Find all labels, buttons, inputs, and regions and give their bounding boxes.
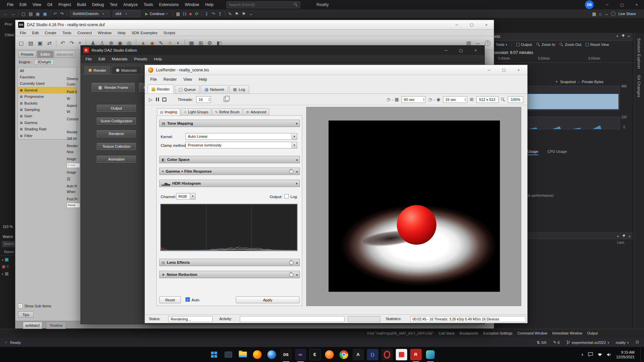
reality-minimize-button[interactable]: ─ — [439, 46, 453, 55]
tab-immediate-window[interactable]: Immediate Window — [552, 331, 582, 335]
close-icon[interactable]: × — [628, 34, 630, 38]
avatar[interactable]: DB — [585, 0, 594, 9]
daz-menu-help[interactable]: Help — [115, 31, 129, 35]
pending-edits[interactable]: ✎6 — [553, 340, 559, 345]
lux-menu-file[interactable]: File — [147, 77, 160, 82]
pin-icon[interactable] — [622, 234, 626, 239]
diag-output-button[interactable]: Output — [516, 43, 532, 47]
pause-icon[interactable] — [183, 12, 186, 16]
bell-icon[interactable] — [635, 340, 639, 345]
bookmark-next-icon[interactable]: ⚑ — [242, 11, 246, 16]
chevron-down-icon[interactable]: ▾ — [616, 35, 618, 38]
step-into-icon[interactable]: ↧ — [205, 11, 209, 16]
tab-command-window[interactable]: Command Window — [518, 331, 547, 335]
refresh-interval-spinner[interactable]: 60 sec▴▾ — [401, 96, 426, 103]
daz-menu-scripts[interactable]: Scripts — [161, 31, 178, 35]
daz-menu-edit[interactable]: Edit — [29, 31, 42, 35]
power-toggle-icon[interactable] — [289, 169, 293, 174]
git-branch[interactable]: experimental-vs2022▴ — [567, 340, 609, 345]
kernel-dropdown[interactable]: Auto Linear▼ — [185, 133, 297, 140]
tab-lux-queue[interactable]: Queue — [175, 85, 200, 94]
tone-mapping-header[interactable]: ▤Tone Mapping ▾ — [159, 120, 300, 127]
app-window-icon[interactable] — [223, 349, 234, 360]
step-over-icon[interactable]: ↷ — [212, 11, 215, 16]
diag-reset-view-button[interactable]: Reset View — [586, 43, 609, 47]
reality-titlebar[interactable]: R Reality DAZ Studio Edition ─ ▢ × — [81, 46, 484, 55]
scene-configuration-button[interactable]: Scene Configuration — [96, 117, 137, 125]
zoom-icon[interactable] — [501, 98, 505, 102]
daz-maximize-button[interactable]: ▢ — [464, 20, 479, 29]
render-resume-button[interactable]: ▷ — [149, 97, 153, 102]
close-icon[interactable]: × — [629, 234, 631, 238]
lux-menu-help[interactable]: Help — [196, 77, 211, 82]
reality-close-button[interactable]: × — [468, 46, 483, 55]
redo-icon[interactable]: ↷ — [69, 40, 74, 46]
reset-button[interactable]: Reset — [159, 296, 181, 303]
navigate-forward-icon[interactable]: → — [11, 11, 15, 16]
opera-icon[interactable] — [381, 349, 393, 360]
solution-configuration-dropdown[interactable]: RelWithDebInfo▾ — [70, 10, 110, 17]
chevron-down-icon[interactable]: ▾ — [617, 235, 619, 238]
display-interval-spinner[interactable]: 15 sec▴▾ — [443, 96, 467, 103]
find-result-text[interactable]: Find "matProps[RE_MAT_KEY_DIFFUSE" — [367, 331, 434, 335]
lux-menu-render[interactable]: Render — [160, 77, 180, 82]
lux-titlebar[interactable]: LuxRender - reality_scene.lxs ─ ▢ × — [145, 65, 527, 75]
git-repo[interactable]: reality▴ — [616, 341, 629, 345]
chrome-icon[interactable] — [338, 349, 350, 360]
redo-icon[interactable]: ↷ — [60, 11, 64, 16]
wifi-icon[interactable] — [597, 353, 602, 357]
watch-tree-row[interactable]: C — [2, 265, 9, 268]
sync-icon[interactable]: ↔ — [604, 11, 608, 16]
tips-button[interactable]: Tips — [18, 311, 34, 318]
tab-output[interactable]: Output — [587, 331, 598, 335]
reality-icon[interactable]: R — [410, 349, 422, 360]
vs-search-box[interactable] — [226, 1, 300, 8]
vs-menu-view[interactable]: View — [30, 2, 44, 7]
import-export-icon[interactable]: ⇄ — [47, 40, 51, 46]
tab-presets[interactable]: Presets — [18, 51, 36, 58]
hdr-histogram-header[interactable]: ▂▅▃HDR Histogram ▾ — [159, 180, 300, 187]
apply-button[interactable]: Apply — [236, 296, 300, 303]
restart-icon[interactable]: ⟳ — [195, 11, 199, 16]
vscode-icon[interactable]: ⟨⟩ — [367, 349, 378, 360]
tab-breakpoints[interactable]: Breakpoints — [460, 331, 478, 335]
vs-menu-file[interactable]: File — [4, 2, 16, 7]
save-all-icon[interactable]: ▣ — [43, 11, 47, 16]
app-icon-red[interactable] — [396, 349, 407, 360]
bookmark-icon[interactable]: ⚑ — [235, 11, 239, 16]
render-viewport[interactable] — [306, 107, 521, 306]
new-file-icon[interactable]: ▢ — [21, 11, 25, 16]
power-toggle-icon[interactable] — [289, 260, 293, 265]
daz-menu-tools[interactable]: Tools — [59, 31, 74, 35]
reality-menu-file[interactable]: File — [82, 57, 95, 61]
editor-zoom-level[interactable]: 110 % — [3, 225, 13, 229]
git-sync-status[interactable]: ⇅0/0 — [537, 340, 546, 345]
vs-menu-project[interactable]: Project — [55, 2, 74, 7]
vs-menu-test[interactable]: Test — [107, 2, 120, 7]
undo-icon[interactable]: ↶ — [61, 40, 65, 46]
auto-checkbox[interactable]: ✓ — [185, 297, 190, 302]
power-toggle-icon[interactable] — [289, 273, 293, 277]
collapse-icon[interactable]: ◂ — [296, 158, 298, 162]
vs-menu-build[interactable]: Build — [74, 2, 89, 7]
tab-light-groups[interactable]: ☀Light Groups — [181, 108, 211, 115]
tab-lux-network[interactable]: Network — [201, 85, 228, 94]
diag-tab-cpu-usage[interactable]: CPU Usage — [547, 149, 567, 154]
lux-maximize-button[interactable]: ▢ — [496, 65, 511, 75]
collapse-icon[interactable]: ◂ — [296, 261, 298, 264]
snapshot-legend-label[interactable]: Snapshot — [560, 80, 576, 84]
vs-search-input[interactable] — [229, 3, 294, 7]
chat-icon[interactable] — [588, 352, 593, 357]
lux-minimize-button[interactable]: ─ — [482, 65, 496, 75]
color-space-header[interactable]: ◧Color Space ◂ — [159, 156, 300, 163]
vs-minimize-button[interactable]: ─ — [600, 0, 614, 9]
daz-menu-connect[interactable]: Connect — [74, 31, 95, 35]
save-icon[interactable]: ▣ — [38, 40, 43, 46]
continue-button[interactable]: ▶ Continue ▾ — [143, 10, 170, 17]
daz-menu-file[interactable]: File — [17, 31, 29, 35]
collapse-icon[interactable]: ▾ — [296, 182, 298, 185]
gamma-film-response-header[interactable]: ≈Gamma + Film Response ◂ — [159, 168, 300, 175]
stop-debug-icon[interactable]: ■ — [189, 11, 192, 16]
diag-zoom-out-button[interactable]: Zoom Out — [559, 43, 581, 47]
navigate-icon[interactable]: ↔ — [249, 11, 253, 16]
